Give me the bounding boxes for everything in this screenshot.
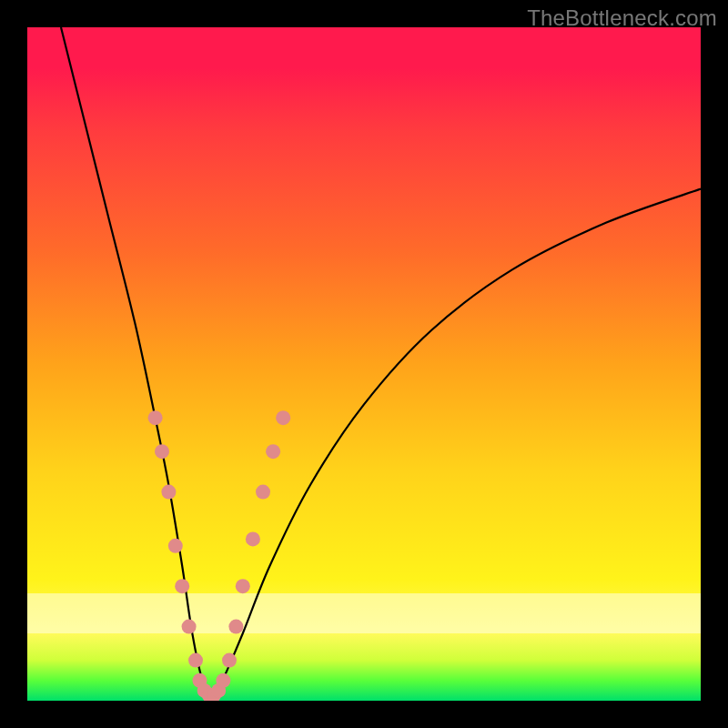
highlight-dot	[276, 410, 290, 425]
mismatch-curve	[61, 27, 701, 701]
chart-frame: TheBottleneck.com	[0, 0, 728, 728]
highlight-dot	[161, 485, 176, 500]
highlight-dot	[228, 620, 243, 634]
highlight-dot	[266, 444, 280, 459]
highlight-dot	[216, 673, 230, 688]
curve-layer	[27, 27, 701, 701]
highlight-dot	[155, 444, 169, 459]
highlight-dot	[188, 653, 203, 668]
plot-area	[27, 27, 701, 701]
highlight-dot	[168, 539, 183, 553]
highlight-dot	[246, 531, 260, 546]
highlight-dots	[148, 410, 291, 701]
highlight-dot	[182, 620, 197, 634]
highlight-dot	[256, 485, 270, 500]
highlight-dot	[236, 579, 250, 593]
highlight-dot	[175, 579, 189, 593]
highlight-dot	[222, 653, 237, 668]
highlight-dot	[148, 410, 163, 425]
